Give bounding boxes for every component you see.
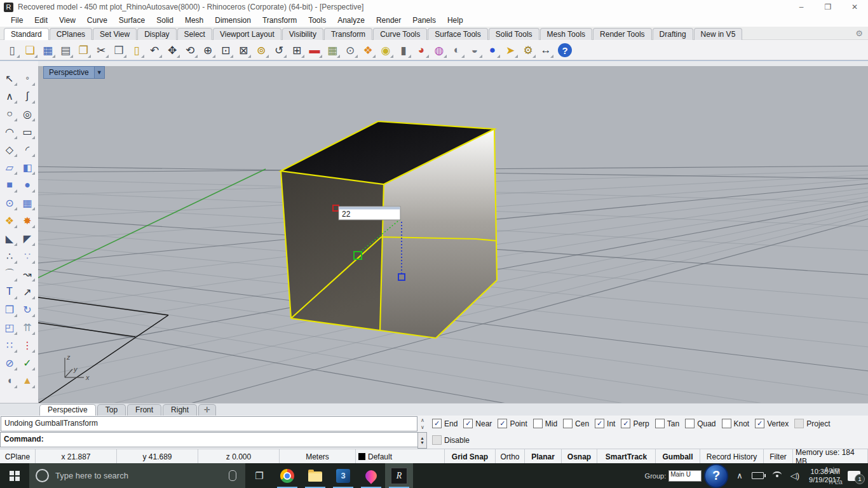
viewport-tab-top[interactable]: Top [97,404,126,416]
tab-set-view[interactable]: Set View [93,28,137,40]
start-button[interactable] [0,463,29,488]
cut-icon[interactable]: ✂ [93,42,109,58]
osnap-knot[interactable]: Knot [722,419,750,428]
toggle-record-history[interactable]: Record History [700,449,764,464]
status-x-21-887[interactable]: x 21.887 [36,449,117,464]
scroll-up-icon[interactable]: ∧ [421,417,424,423]
gumball-input-value[interactable]: 22 [342,210,351,219]
fillet-curve-icon[interactable]: ◜ [19,141,36,158]
save-icon[interactable]: ▦ [39,42,56,58]
menu-edit[interactable]: Edit [29,15,53,26]
tab-options-gear-icon[interactable]: ⚙ [855,29,863,38]
group-input[interactable]: Main U [668,470,702,482]
add-viewport-tab[interactable]: ✛ [198,404,216,416]
status-cplane[interactable]: CPlane [0,449,36,464]
viewport-tab-front[interactable]: Front [127,404,161,416]
tab-surface-tools[interactable]: Surface Tools [428,28,488,40]
status-z-0-000[interactable]: z 0.000 [198,449,280,464]
trim-icon[interactable]: ⊘ [1,355,18,371]
undo-icon[interactable]: ↶ [146,42,163,58]
taskbar-app-chrome[interactable] [273,463,301,488]
cylinder-icon[interactable]: ⊙ [1,194,18,211]
taskbar-app-3ds-max[interactable]: 3 [329,463,357,488]
viewport-canvas[interactable]: 22 z y x [38,66,868,403]
osnap-int[interactable]: ✓Int [595,419,615,428]
picker-cone-icon[interactable]: ➤ [502,42,519,58]
tab-select[interactable]: Select [177,28,212,40]
circle-icon[interactable]: ○ [1,105,18,122]
tab-solid-tools[interactable]: Solid Tools [489,28,539,40]
viewport-title[interactable]: Perspective ▼ [43,66,105,79]
toggle-ortho[interactable]: Ortho [496,449,525,464]
scale-icon[interactable]: ↗ [19,283,36,300]
viewport[interactable]: Perspective ▼ [38,61,868,403]
check-icon[interactable]: ✓ [19,355,36,371]
export-page-icon[interactable]: ❐ [75,42,92,58]
menu-dimension[interactable]: Dimension [209,15,257,26]
osnap-perp[interactable]: ✓Perp [621,419,649,428]
cplane-icon[interactable]: ▦ [324,42,341,58]
tab-transform[interactable]: Transform [324,28,372,40]
osnap-vertex-checkbox[interactable]: ✓ [755,419,764,428]
command-history[interactable]: Undoing GumballTransform [1,416,417,431]
scroll-down-icon[interactable]: ∨ [421,424,424,430]
tab-render-tools[interactable]: Render Tools [593,28,652,40]
points-on-icon[interactable]: ∵ [19,248,36,264]
pointer-icon[interactable]: ↖ [1,70,18,86]
menu-analyze[interactable]: Analyze [332,15,370,26]
adjust-curve-icon[interactable]: ⌒ [1,266,18,282]
menu-panels[interactable]: Panels [407,15,442,26]
tab-curve-tools[interactable]: Curve Tools [373,28,427,40]
toggle-planar[interactable]: Planar [525,449,562,464]
tab-new-in-v5[interactable]: New in V5 [694,28,743,40]
rendered-sphere-icon[interactable]: ● [484,42,501,58]
menu-solid[interactable]: Solid [151,15,179,26]
circle-center-icon[interactable]: ⊙ [342,42,358,58]
osnap-cen[interactable]: Cen [563,419,589,428]
spin-up-icon[interactable]: ▲ [420,436,424,440]
extrude-solid-icon[interactable]: ◰ [1,319,18,336]
taskbar-app-file-explorer[interactable] [301,463,329,488]
osnap-int-checkbox[interactable]: ✓ [595,419,604,428]
box-front-face[interactable] [281,171,384,330]
extrude-straight-icon[interactable]: ⇈ [19,319,36,336]
menu-mesh[interactable]: Mesh [179,15,209,26]
zoom-selected-icon[interactable]: ⊚ [253,42,269,58]
menu-render[interactable]: Render [370,15,407,26]
new-file-icon[interactable]: ▯ [4,42,20,58]
status-y-41-689[interactable]: y 41.689 [117,449,198,464]
polyline-icon[interactable]: ∧ [1,88,18,104]
rectangle-icon[interactable]: ▭ [19,123,36,140]
arc-icon[interactable]: ◠ [1,123,18,140]
viewport-dropdown-icon[interactable]: ▼ [94,67,104,78]
move-icon[interactable]: ▬ [306,42,323,58]
osnap-tan[interactable]: Tan [655,419,679,428]
surface-icon[interactable]: ▱ [1,159,18,175]
command-input[interactable]: Command: [0,432,418,447]
tray-chevron-icon[interactable]: ∧ [736,471,743,480]
osnap-tan-checkbox[interactable] [655,419,665,428]
tab-mesh-tools[interactable]: Mesh Tools [540,28,592,40]
osnap-point-checkbox[interactable]: ✓ [498,419,507,428]
osnap-quad-checkbox[interactable] [685,419,695,428]
explode-icon[interactable]: ✸ [19,212,36,229]
microphone-icon[interactable] [229,470,236,481]
toggle-osnap[interactable]: Osnap [562,449,597,464]
paste-icon[interactable]: ▯ [128,42,145,58]
render-shade-icon[interactable]: ◕ [413,42,430,58]
status-meters[interactable]: Meters [280,449,356,464]
tab-display[interactable]: Display [137,28,176,40]
osnap-mid-checkbox[interactable] [533,419,543,428]
spin-down-icon[interactable]: ▼ [420,440,424,445]
command-spinner[interactable]: ▲ ▼ [417,432,427,449]
pyramid-icon[interactable]: ▲ [19,372,36,389]
chamfer-edge-icon[interactable]: ◤ [19,230,36,247]
extend-curve-icon[interactable]: ↝ [19,266,36,282]
copy-icon[interactable]: ❒ [111,42,127,58]
tab-cplanes[interactable]: CPlanes [50,28,92,40]
battery-icon[interactable] [752,472,764,479]
speaker-icon[interactable]: ◁) [790,471,799,480]
ellipse-icon[interactable]: ◎ [19,105,36,122]
curve-icon[interactable]: ∫ [19,88,36,104]
shaded-sphere-icon[interactable]: ◐ [449,42,465,58]
